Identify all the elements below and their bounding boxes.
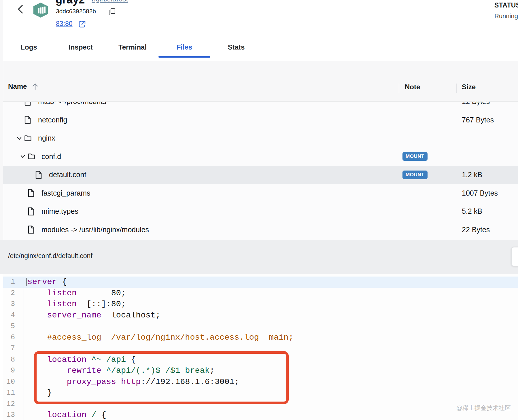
tab-terminal[interactable]: Terminal [107, 33, 158, 61]
line-number: 4 [3, 310, 24, 321]
file-row[interactable]: mtab -> /proc/mounts12 Bytes [3, 102, 518, 111]
container-header: gray2 nginx:latest 3ddc6392582b 83:80 ST… [3, 0, 518, 33]
container-detail-page: gray2 nginx:latest 3ddc6392582b 83:80 ST… [0, 0, 518, 420]
name-column-label: Name [8, 82, 27, 90]
code-line-content: rewrite ^/api/(.*)$ /$1 break; [24, 365, 215, 377]
port-link[interactable]: 83:80 [56, 20, 73, 28]
code-line: 13 location / { [3, 410, 518, 420]
code-line-content [24, 321, 27, 332]
line-number: 6 [3, 332, 24, 343]
file-size: 1007 Bytes [462, 184, 498, 203]
external-link-icon[interactable] [78, 20, 86, 28]
line-number: 10 [3, 377, 24, 388]
code-line-content: } [24, 387, 52, 399]
file-name-label: netconfig [38, 116, 67, 124]
file-size: 12 Bytes [462, 102, 490, 111]
code-line: 8 location ^~ /api { [3, 354, 518, 366]
copy-icon[interactable] [109, 8, 116, 16]
code-line: 6 #access_log /var/log/nginx/host.access… [3, 332, 518, 343]
sort-ascending-icon [31, 82, 39, 90]
file-name-label: modules -> /usr/lib/nginx/modules [41, 226, 149, 234]
code-line-content: listen 80; [24, 288, 126, 299]
file-name-cell: conf.d [3, 152, 518, 161]
tab-stats[interactable]: Stats [210, 33, 262, 61]
column-header-size: Size [462, 83, 476, 91]
file-row[interactable]: nginx [3, 129, 518, 147]
mount-badge: MOUNT [402, 171, 428, 179]
code-line-content: server_name localhost; [24, 310, 160, 321]
file-row[interactable]: conf.dMOUNT [3, 147, 518, 166]
chevron-down-icon[interactable] [20, 153, 28, 160]
column-header-note: Note [405, 83, 420, 91]
line-number: 1 [3, 277, 24, 288]
file-name-cell: netconfig [3, 116, 518, 124]
file-name-cell: mtab -> /proc/mounts [3, 102, 518, 106]
file-icon [24, 102, 32, 106]
file-path-bar: /etc/nginx/conf.d/default.conf [0, 240, 518, 274]
file-name-label: fastcgi_params [41, 189, 90, 197]
code-line: 1server { [3, 277, 518, 288]
tab-label: Stats [228, 43, 245, 51]
code-line-content: #access_log /var/log/nginx/host.access.l… [24, 332, 294, 343]
code-lines: 1server {2 listen 80;3 listen [::]:80;4 … [3, 277, 518, 420]
file-path: /etc/nginx/conf.d/default.conf [8, 252, 92, 260]
code-line-content: proxy_pass http://192.168.1.6:3001; [24, 377, 239, 388]
container-icon [32, 2, 49, 18]
file-row[interactable]: netconfig767 Bytes [3, 111, 518, 129]
note-column-divider [399, 84, 399, 93]
file-row[interactable]: mime.types5.2 kB [3, 202, 518, 221]
line-number: 8 [3, 354, 24, 366]
scrollbar-thumb[interactable] [511, 247, 518, 266]
file-name-label: default.conf [49, 171, 86, 179]
left-edge-strip [0, 0, 3, 240]
file-row[interactable]: fastcgi_params1007 Bytes [3, 184, 518, 203]
watermark: @稀土掘金技术社区 [456, 404, 511, 412]
code-editor[interactable]: 1server {2 listen 80;3 listen [::]:80;4 … [3, 274, 518, 420]
line-number: 13 [3, 410, 24, 420]
line-number: 7 [3, 343, 24, 354]
file-table-header: Name Note Size [3, 61, 518, 102]
file-name-label: conf.d [41, 152, 61, 161]
file-size: 767 Bytes [462, 111, 494, 129]
code-line: 2 listen 80; [3, 288, 518, 299]
file-name-cell: modules -> /usr/lib/nginx/modules [3, 225, 518, 234]
file-row[interactable]: modules -> /usr/lib/nginx/modules22 Byte… [3, 221, 518, 239]
code-line-content: server { [24, 277, 67, 288]
status-value: Running [494, 12, 518, 20]
tab-logs[interactable]: Logs [3, 33, 55, 61]
code-line-content: location ^~ /api { [24, 354, 136, 366]
container-id: 3ddc6392582b [56, 8, 96, 15]
tab-label: Terminal [118, 43, 147, 51]
file-name-label: mime.types [41, 207, 78, 215]
file-size: 1.2 kB [462, 166, 482, 184]
code-line: 7 [3, 343, 518, 354]
file-icon [28, 225, 35, 234]
file-name-cell: mime.types [3, 207, 518, 216]
code-line: 12 [3, 399, 518, 410]
chevron-down-icon[interactable] [16, 135, 24, 141]
code-line: 10 proxy_pass http://192.168.1.6:3001; [3, 377, 518, 388]
tab-label: Files [177, 43, 192, 51]
tab-files[interactable]: Files [158, 33, 210, 61]
image-link[interactable]: nginx:latest [92, 0, 128, 3]
size-column-divider [456, 84, 457, 93]
column-header-name[interactable]: Name [8, 82, 39, 90]
back-button[interactable] [15, 3, 27, 15]
file-row[interactable]: default.confMOUNT1.2 kB [3, 166, 518, 184]
tab-label: Inspect [69, 43, 93, 51]
code-line-content: listen [::]:80; [24, 299, 126, 310]
file-list: mtab -> /proc/mounts12 Bytesnetconfig767… [3, 102, 518, 240]
folder-icon [28, 152, 35, 161]
file-size: 22 Bytes [462, 221, 490, 239]
tab-label: Logs [20, 43, 37, 51]
file-name-label: mtab -> /proc/mounts [38, 102, 106, 106]
line-number: 5 [3, 321, 24, 332]
file-name-label: nginx [38, 134, 55, 142]
line-number: 3 [3, 299, 24, 310]
code-line: 9 rewrite ^/api/(.*)$ /$1 break; [3, 365, 518, 377]
code-line: 4 server_name localhost; [3, 310, 518, 321]
tab-inspect[interactable]: Inspect [55, 33, 107, 61]
code-line-content [24, 343, 27, 354]
folder-icon [24, 134, 32, 143]
code-line-content [24, 399, 27, 410]
